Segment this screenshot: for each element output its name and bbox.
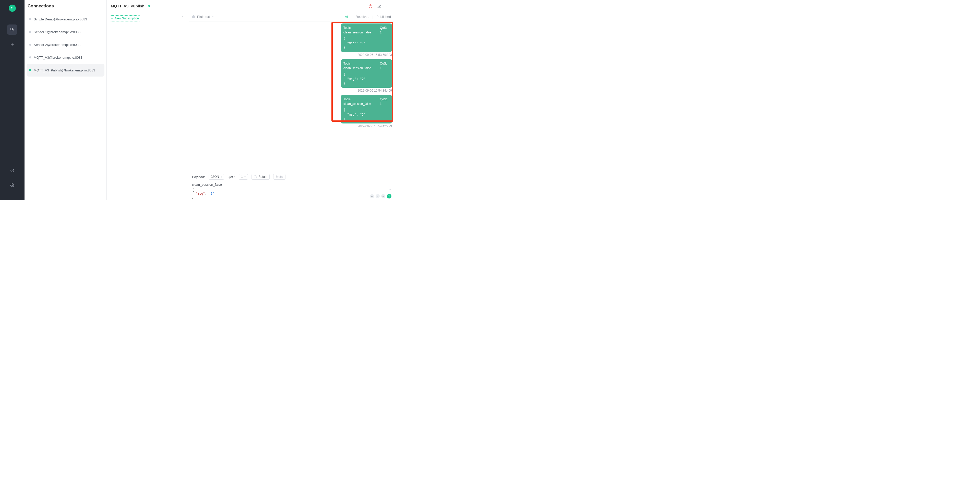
connection-status-dot [29,31,31,33]
payload-format-select[interactable]: JSON ▾ [208,174,224,179]
nav-info-icon[interactable] [7,165,18,176]
edit-icon[interactable] [377,4,381,8]
disconnect-icon[interactable] [369,4,372,8]
svg-point-7 [389,6,390,6]
svg-point-6 [388,6,388,6]
svg-rect-0 [11,28,13,30]
main-header: MQTT_V3_Publish [107,0,394,12]
connection-item[interactable]: Sensor 2@broker.emqx.io:8083 [27,38,105,51]
nav-settings-icon[interactable] [7,180,18,190]
compose-payload-editor[interactable]: { "msg": "3" } [189,187,368,200]
meta-button[interactable]: Meta [273,174,286,179]
main-area: MQTT_V3_Publish [107,0,394,200]
connection-item-label: MQTT_V3_Publish@broker.emqx.io:8083 [34,68,95,72]
more-icon[interactable] [386,4,390,8]
filter-tab-all[interactable]: All [345,15,348,19]
message-body: { "msg": "3" } [344,108,390,121]
svg-point-5 [386,6,387,6]
history-next-icon[interactable]: → [381,194,385,198]
message-qos: QoS: 1 [380,61,390,70]
message-bubble[interactable]: Topic: clean_session_falseQoS: 1{ "msg":… [341,59,392,88]
message-row: Topic: clean_session_falseQoS: 1{ "msg":… [191,59,392,92]
message-body: { "msg": "1" } [344,36,390,50]
message-topic: Topic: clean_session_false [344,97,380,106]
message-filter-bar: Plaintext All | Received | Published [189,12,394,21]
message-qos: QoS: 1 [380,25,390,35]
decoder-status-dot [192,15,195,18]
message-timestamp: 2022-09-06 15:54:34:469 [358,89,392,92]
payload-decoder-select[interactable]: Plaintext [192,15,215,19]
nav-connections-icon[interactable] [7,24,18,35]
message-qos: QoS: 1 [380,97,390,106]
compose-topic-input[interactable] [189,182,394,187]
radio-unchecked-icon [254,175,257,178]
message-timestamp: 2022-09-06 15:53:59:303 [358,53,392,57]
expand-details-icon[interactable] [147,4,151,8]
connection-status-dot [29,56,31,59]
connection-item[interactable]: Sensor 1@broker.emqx.io:8083 [27,25,105,38]
compose-options: Payload: JSON ▾ QoS: 1 ▾ Retain [189,172,394,182]
new-sub-label: New Subscription [115,17,138,20]
connection-status-dot [29,44,31,46]
compose-actions: ← − → [368,187,394,200]
message-bubble[interactable]: Topic: clean_session_falseQoS: 1{ "msg":… [341,95,392,124]
compose-area: Payload: JSON ▾ QoS: 1 ▾ Retain [189,172,394,200]
new-subscription-button[interactable]: New Subscription [110,15,140,21]
activity-bar [0,0,24,200]
messages-pane: Plaintext All | Received | Published Top… [189,12,394,200]
message-row: Topic: clean_session_falseQoS: 1{ "msg":… [191,24,392,57]
connection-item[interactable]: MQTT_V3@broker.emqx.io:8083 [27,51,105,64]
qos-value: 1 [241,175,243,179]
send-button[interactable] [387,194,391,198]
message-timestamp: 2022-09-06 15:54:42:279 [358,125,392,128]
decoder-label: Plaintext [197,15,210,19]
subscription-pane: New Subscription [107,12,189,200]
payload-format-value: JSON [211,175,219,179]
connection-status-dot [29,69,31,71]
svg-rect-1 [12,29,14,31]
collapse-editor-icon[interactable] [388,188,391,192]
connection-item-label: Sensor 2@broker.emqx.io:8083 [34,43,80,47]
payload-label: Payload: [192,175,205,179]
message-bubble[interactable]: Topic: clean_session_falseQoS: 1{ "msg":… [341,24,392,52]
app-root: Connections Simple Demo@broker.emqx.io:8… [0,0,394,200]
connections-sidebar: Connections Simple Demo@broker.emqx.io:8… [24,0,107,200]
nav-new-icon[interactable] [7,39,18,49]
app-logo [9,5,16,12]
filter-tab-published[interactable]: Published [376,15,391,19]
connection-status-dot [29,18,31,20]
connection-item[interactable]: MQTT_V3_Publish@broker.emqx.io:8083 [27,64,105,76]
sidebar-title: Connections [24,3,107,12]
chevron-down-icon: ▾ [221,176,222,178]
history-prev-icon[interactable]: ← [370,194,374,198]
message-filter-tabs: All | Received | Published [345,15,391,19]
header-actions [369,4,390,8]
message-row: Topic: clean_session_falseQoS: 1{ "msg":… [191,95,392,128]
connection-title: MQTT_V3_Publish [111,4,145,8]
history-nav: ← − → [370,194,385,198]
history-clear-icon[interactable]: − [375,194,380,198]
message-topic: Topic: clean_session_false [344,25,380,35]
main-body: New Subscription Plaintext All [107,12,394,200]
chevron-down-icon: ▾ [244,176,246,178]
qos-label: QoS: [228,175,235,179]
connection-item-label: Sensor 1@broker.emqx.io:8083 [34,30,80,34]
connection-item-label: MQTT_V3@broker.emqx.io:8083 [34,56,83,59]
collapse-subscription-icon[interactable] [182,15,186,19]
retain-label: Retain [258,175,267,179]
message-scroll[interactable]: Topic: clean_session_falseQoS: 1{ "msg":… [189,21,394,172]
qos-select[interactable]: 1 ▾ [239,174,248,179]
connection-item-label: Simple Demo@broker.emqx.io:8083 [34,17,87,21]
svg-point-3 [12,185,13,186]
filter-tab-received[interactable]: Received [355,15,369,19]
connection-item[interactable]: Simple Demo@broker.emqx.io:8083 [27,13,105,25]
message-topic: Topic: clean_session_false [344,61,380,70]
activity-bottom [7,165,18,200]
message-body: { "msg": "2" } [344,72,390,86]
connection-list: Simple Demo@broker.emqx.io:8083Sensor 1@… [24,12,107,78]
retain-toggle[interactable]: Retain [251,174,270,179]
